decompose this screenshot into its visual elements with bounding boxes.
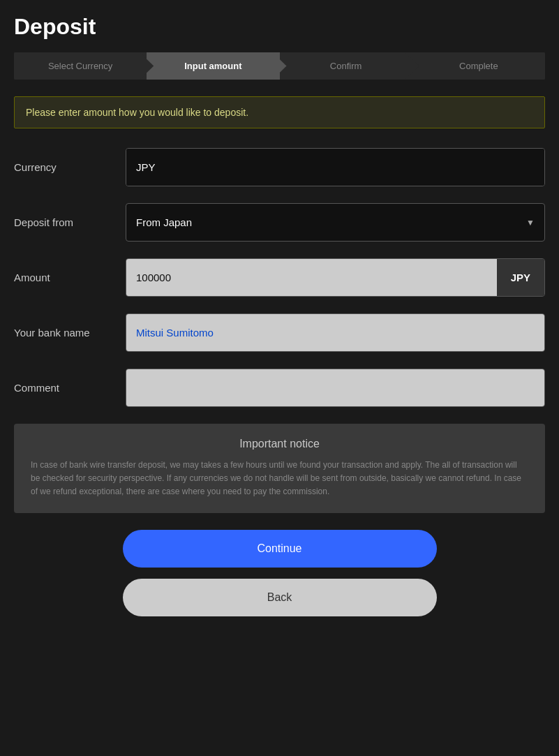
comment-field: [126, 369, 545, 407]
deposit-from-dropdown[interactable]: From Japan ▼: [126, 203, 545, 242]
amount-row: Amount JPY: [14, 258, 545, 297]
currency-row: Currency JPY: [14, 148, 545, 186]
page-title: Deposit: [14, 14, 545, 40]
currency-value: JPY: [126, 149, 544, 186]
back-button[interactable]: Back: [123, 579, 437, 616]
important-notice-body: In case of bank wire transfer deposit, w…: [31, 459, 528, 499]
bank-name-input[interactable]: [126, 314, 544, 351]
comment-label: Comment: [14, 382, 126, 394]
important-notice: Important notice In case of bank wire tr…: [14, 424, 545, 513]
amount-input[interactable]: [126, 259, 497, 296]
amount-currency-badge: JPY: [497, 259, 544, 296]
deposit-from-label: Deposit from: [14, 216, 126, 228]
bank-name-field: [126, 313, 545, 352]
currency-label: Currency: [14, 161, 126, 173]
chevron-down-icon: ▼: [526, 218, 535, 228]
amount-field-wrapper: JPY: [126, 258, 545, 297]
step-complete[interactable]: Complete: [412, 52, 545, 80]
step-confirm[interactable]: Confirm: [280, 52, 412, 80]
continue-button[interactable]: Continue: [123, 530, 437, 568]
step-label: Input amount: [184, 61, 241, 71]
deposit-from-row: Deposit from From Japan ▼: [14, 203, 545, 242]
notice-bar: Please enter amount how you would like t…: [14, 96, 545, 128]
bank-name-row: Your bank name: [14, 313, 545, 352]
step-label: Confirm: [330, 61, 362, 71]
stepper: Select Currency Input amount Confirm Com…: [14, 52, 545, 80]
step-label: Complete: [459, 61, 498, 71]
amount-label: Amount: [14, 272, 126, 283]
bank-name-label: Your bank name: [14, 327, 126, 339]
comment-input[interactable]: [126, 369, 544, 406]
comment-row: Comment: [14, 369, 545, 407]
step-input-amount[interactable]: Input amount: [147, 52, 279, 80]
step-select-currency[interactable]: Select Currency: [14, 52, 147, 80]
deposit-from-value: From Japan: [136, 216, 192, 228]
important-notice-heading: Important notice: [31, 438, 528, 450]
currency-field: JPY: [126, 148, 545, 186]
step-label: Select Currency: [48, 61, 112, 71]
